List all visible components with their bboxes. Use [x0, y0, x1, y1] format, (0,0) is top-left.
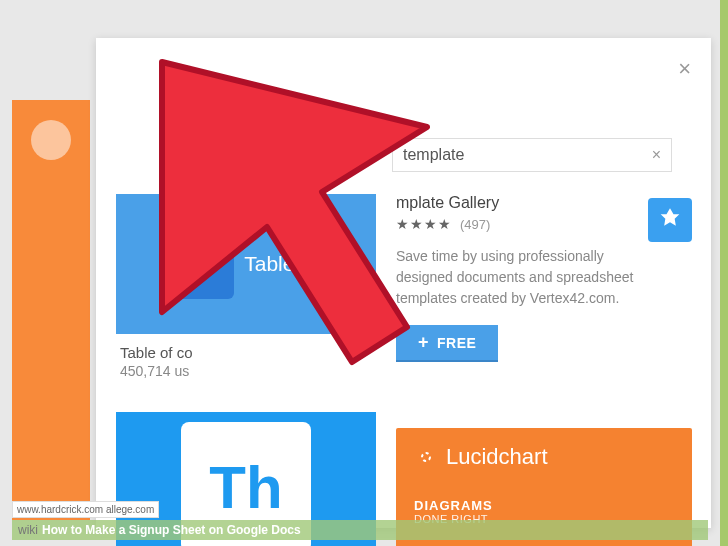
- lucidchart-label: Lucidchart: [446, 444, 548, 470]
- rating-count: (497): [460, 217, 490, 232]
- addon-users: 450,714 us: [120, 363, 372, 379]
- search-box[interactable]: ×: [392, 138, 672, 172]
- webstore-modal: × × Table of Table of co 450,714 us mpla…: [96, 38, 711, 528]
- lucidchart-tagline: DIAGRAMS: [414, 498, 674, 513]
- wikihow-caption: wiki How to Make a Signup Sheet on Googl…: [12, 520, 708, 540]
- addon-result-template-gallery: mplate Gallery ★★★★ (497) Save time by u…: [396, 194, 692, 362]
- addon-tile-text: Table of: [244, 252, 318, 276]
- star-icons: ★★★★: [396, 216, 452, 232]
- svg-point-0: [422, 453, 430, 461]
- page-frame: × × Table of Table of co 450,714 us mpla…: [0, 0, 728, 546]
- clear-search-icon[interactable]: ×: [642, 146, 671, 164]
- addon-meta: Table of co 450,714 us: [116, 334, 376, 389]
- google-sidebar: [12, 100, 90, 520]
- close-icon[interactable]: ×: [678, 56, 691, 82]
- vertex-icon: [648, 198, 692, 242]
- addon-tile-icon: [174, 229, 234, 299]
- caption-text: How to Make a Signup Sheet on Google Doc…: [42, 523, 301, 537]
- lucidchart-icon: [414, 445, 438, 469]
- free-button-label: FREE: [437, 335, 476, 351]
- source-watermark: www.hardcrick.com allege.com: [12, 501, 159, 518]
- addon-tile: Table of: [116, 194, 376, 334]
- caption-prefix: wiki: [18, 523, 38, 537]
- install-free-button[interactable]: + FREE: [396, 325, 498, 362]
- lucidchart-brand: Lucidchart: [414, 444, 674, 470]
- search-input[interactable]: [393, 140, 642, 170]
- sidebar-decor: [31, 120, 71, 160]
- plus-icon: +: [418, 332, 429, 353]
- addon-card-table-of-contents[interactable]: Table of Table of co 450,714 us: [116, 194, 376, 389]
- addon-title: Table of co: [120, 344, 372, 361]
- result-description: Save time by using professionally design…: [396, 246, 646, 309]
